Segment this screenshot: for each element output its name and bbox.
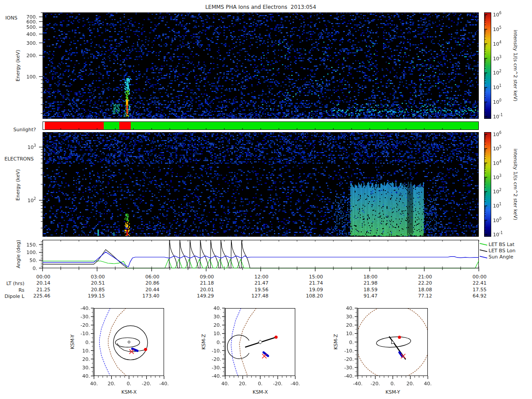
ephemeris-column: 18:0021.9818.5991.47 bbox=[342, 274, 378, 300]
svg-text:40.: 40. bbox=[90, 381, 98, 387]
ions-y-axis: 700.600.500.400.300.200.100. bbox=[27, 13, 43, 113]
svg-text:0.: 0. bbox=[217, 340, 222, 345]
ions-spectrogram-canvas bbox=[43, 12, 479, 119]
lemms-pha-plot-page: LEMMS PHA Ions and Electrons 2013:054 IO… bbox=[0, 0, 532, 399]
svg-text:400.: 400. bbox=[27, 31, 38, 37]
svg-text:50.: 50. bbox=[30, 258, 38, 263]
svg-text:-20.: -20. bbox=[81, 322, 90, 328]
orbit3-ylabel: KSM-Z bbox=[333, 334, 339, 349]
svg-text:40.: 40. bbox=[82, 373, 90, 379]
electrons-colorbar bbox=[484, 132, 491, 237]
svg-text:106: 106 bbox=[493, 131, 501, 137]
electrons-ylabel: Energy (keV) bbox=[15, 169, 21, 201]
page-title: LEMMS PHA Ions and Electrons 2013:054 bbox=[43, 4, 479, 10]
svg-text:300.: 300. bbox=[27, 40, 38, 46]
ephemeris-column: 00:0022.4117.5564.92 bbox=[451, 274, 487, 300]
svg-text:20.: 20. bbox=[108, 381, 116, 387]
svg-text:10.: 10. bbox=[346, 331, 354, 336]
svg-text:40.: 40. bbox=[214, 305, 222, 311]
svg-text:0.: 0. bbox=[391, 381, 395, 387]
angle-axes: 0.50.100.150. bbox=[27, 240, 479, 271]
ions-colorbar-label: intensity 1/(s cm^2 ster keV) bbox=[512, 30, 518, 101]
svg-text:-10.: -10. bbox=[81, 331, 90, 336]
svg-text:100.: 100. bbox=[27, 74, 38, 80]
sunlight-segment bbox=[45, 122, 104, 129]
svg-text:-40.: -40. bbox=[290, 381, 300, 387]
svg-text:40.: 40. bbox=[346, 305, 354, 311]
svg-text:0.: 0. bbox=[258, 381, 263, 387]
orbit-plot-1: -40.-30.-20.-10.0.10.20.30.40.40.20.0.-2… bbox=[81, 305, 169, 387]
svg-text:40.: 40. bbox=[424, 381, 432, 387]
svg-text:103: 103 bbox=[493, 55, 501, 62]
svg-text:-40.: -40. bbox=[212, 373, 221, 379]
legend-let-bs-lon: LET BS Lon bbox=[489, 248, 516, 254]
electrons-colorbar-label: intensity 1/(s cm^2 ster keV) bbox=[512, 149, 518, 220]
svg-text:105: 105 bbox=[493, 26, 501, 32]
ephemeris-column: 06:0020.8620.44173.40 bbox=[124, 274, 160, 300]
svg-text:102: 102 bbox=[493, 188, 501, 195]
ephemeris-column: 21:0022.2018.0877.12 bbox=[397, 274, 432, 300]
svg-text:10.: 10. bbox=[82, 348, 90, 354]
svg-text:-30.: -30. bbox=[344, 365, 354, 371]
svg-text:20.: 20. bbox=[214, 322, 222, 328]
orbit1-xlabel: KSM-X bbox=[121, 389, 137, 395]
orbit-plot-3: 40.30.20.10.0.-10.-20.-30.-40.-40.-20.0.… bbox=[344, 305, 432, 387]
svg-text:40.: 40. bbox=[221, 381, 229, 387]
svg-text:10.: 10. bbox=[214, 331, 222, 336]
svg-text:104: 104 bbox=[493, 40, 501, 47]
svg-text:20.: 20. bbox=[346, 322, 354, 328]
sunlight-segment bbox=[104, 122, 119, 129]
orbit2-xlabel: KSM-X bbox=[253, 389, 268, 395]
svg-text:700.: 700. bbox=[27, 14, 38, 20]
svg-text:102: 102 bbox=[27, 197, 36, 203]
ions-ylabel: Energy (keV) bbox=[15, 50, 21, 82]
ions-colorbar bbox=[484, 12, 491, 119]
svg-text:200.: 200. bbox=[27, 53, 38, 59]
svg-text:-20.: -20. bbox=[273, 381, 282, 387]
svg-text:100: 100 bbox=[493, 98, 501, 105]
sunlight-bar bbox=[43, 121, 479, 130]
svg-text:103: 103 bbox=[493, 174, 501, 180]
svg-text:30.: 30. bbox=[214, 314, 222, 320]
legend-sun-angle: Sun Angle bbox=[489, 254, 513, 260]
orbit2-ylabel: KSM-Z bbox=[201, 334, 207, 349]
ephemeris-column: 00:0020.1421.25225.46 bbox=[15, 274, 51, 300]
svg-text:-20.: -20. bbox=[212, 356, 221, 362]
electrons-panel-label: ELECTRONS bbox=[4, 156, 34, 162]
sunlight-label: Sunlight? bbox=[13, 127, 36, 133]
svg-text:20.: 20. bbox=[239, 381, 247, 387]
svg-text:0.: 0. bbox=[86, 340, 90, 345]
svg-text:-40.: -40. bbox=[81, 305, 90, 311]
legend-let-bs-lat: LET BS Lat bbox=[489, 242, 514, 247]
svg-text:-10.: -10. bbox=[212, 348, 221, 354]
svg-text:-40.: -40. bbox=[353, 381, 362, 387]
ephemeris-column: 12:0021.4719.56127.48 bbox=[233, 274, 269, 300]
svg-text:-20.: -20. bbox=[344, 356, 354, 362]
ions-panel-label: IONS bbox=[5, 15, 17, 21]
svg-text:102: 102 bbox=[493, 69, 501, 76]
ephemeris-column: 09:0021.1820.01149.29 bbox=[179, 274, 214, 300]
orbit-plot-2: 40.30.20.10.0.-10.-20.-30.-40.40.20.0.-2… bbox=[212, 305, 300, 387]
svg-text:0.: 0. bbox=[349, 340, 354, 345]
sunlight-segment bbox=[119, 122, 131, 129]
svg-text:-20.: -20. bbox=[371, 381, 380, 387]
svg-text:100: 100 bbox=[493, 217, 501, 223]
svg-text:150.: 150. bbox=[27, 242, 38, 248]
svg-text:-10.: -10. bbox=[344, 348, 354, 354]
svg-text:0.: 0. bbox=[127, 381, 132, 387]
svg-text:20.: 20. bbox=[82, 356, 90, 362]
svg-text:101: 101 bbox=[493, 84, 501, 90]
svg-text:500.: 500. bbox=[27, 24, 38, 30]
svg-text:106: 106 bbox=[493, 11, 501, 18]
svg-text:-30.: -30. bbox=[212, 365, 221, 371]
electrons-spectrogram-canvas bbox=[43, 132, 479, 237]
orbit1-ylabel: KSM-Y bbox=[70, 334, 75, 349]
svg-text:104: 104 bbox=[493, 160, 501, 166]
svg-text:100.: 100. bbox=[27, 250, 38, 255]
svg-text:101: 101 bbox=[493, 202, 501, 209]
svg-text:-40.: -40. bbox=[344, 373, 354, 379]
orbit3-xlabel: KSM-Y bbox=[385, 389, 400, 395]
angle-legend-swatches bbox=[480, 243, 487, 258]
ephemeris-column: 03:0020.5120.85199.15 bbox=[70, 274, 105, 300]
ephemeris-column: 15:0021.7419.09108.20 bbox=[288, 274, 323, 300]
